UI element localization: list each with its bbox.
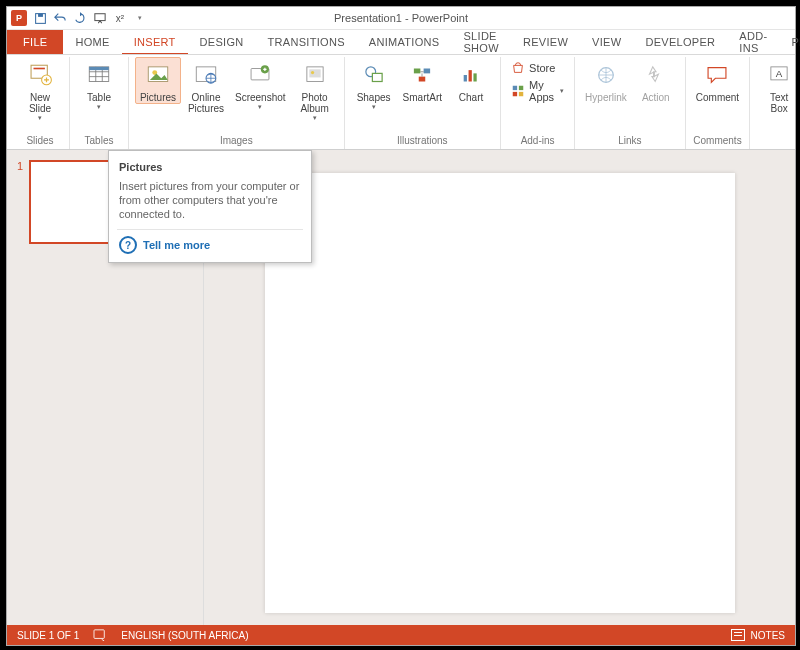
table-icon <box>84 60 114 90</box>
svg-rect-7 <box>89 67 109 70</box>
shapes-icon <box>359 60 389 90</box>
online-pictures-icon <box>191 60 221 90</box>
smartart-icon <box>407 60 437 90</box>
tab-review[interactable]: REVIEW <box>511 30 580 54</box>
svg-rect-22 <box>464 75 467 82</box>
group-illustrations: Shapes ▾ SmartArt Chart Illustrations <box>345 57 501 149</box>
spellcheck-icon[interactable] <box>93 629 107 641</box>
language-indicator[interactable]: ENGLISH (SOUTH AFRICA) <box>121 630 248 641</box>
thumbnail-number: 1 <box>17 160 23 172</box>
tab-home[interactable]: HOME <box>63 30 121 54</box>
group-comments: Comment Comments <box>686 57 750 149</box>
slide-counter: SLIDE 1 OF 1 <box>17 630 79 641</box>
save-icon[interactable] <box>33 11 47 25</box>
online-pictures-button[interactable]: Online Pictures <box>183 57 229 114</box>
tab-file[interactable]: FILE <box>7 30 63 54</box>
smartart-button[interactable]: SmartArt <box>399 57 446 103</box>
group-slides: New Slide ▾ Slides <box>11 57 70 149</box>
svg-rect-28 <box>519 92 523 96</box>
tab-developer[interactable]: DEVELOPER <box>633 30 727 54</box>
dropdown-arrow-icon: ▾ <box>560 87 564 95</box>
new-slide-button[interactable]: New Slide ▾ <box>17 57 63 122</box>
group-addins: Store My Apps ▾ Add-ins <box>501 57 575 149</box>
svg-rect-25 <box>513 86 517 90</box>
store-icon <box>511 61 525 75</box>
dropdown-arrow-icon: ▾ <box>372 103 376 111</box>
group-tables: Table ▾ Tables <box>70 57 129 149</box>
dropdown-arrow-icon: ▾ <box>313 114 317 122</box>
tooltip-body: Insert pictures from your computer or fr… <box>119 179 301 221</box>
text-box-button[interactable]: A Text Box <box>756 57 800 114</box>
svg-point-16 <box>311 71 314 74</box>
superscript-icon[interactable]: x² <box>113 11 127 25</box>
tab-design[interactable]: DESIGN <box>188 30 256 54</box>
svg-text:A: A <box>776 68 783 79</box>
text-box-icon: A <box>764 60 794 90</box>
hyperlink-button[interactable]: Hyperlink <box>581 57 631 103</box>
group-links: Hyperlink Action Links <box>575 57 686 149</box>
application-window: P x² ▾ Presentation1 - PowerPoint FILE H… <box>6 6 796 646</box>
svg-rect-1 <box>38 13 43 16</box>
tab-addins[interactable]: ADD-INS <box>727 30 779 54</box>
pictures-tooltip: Pictures Insert pictures from your compu… <box>108 150 312 263</box>
tab-animations[interactable]: ANIMATIONS <box>357 30 452 54</box>
shapes-button[interactable]: Shapes ▾ <box>351 57 397 111</box>
table-button[interactable]: Table ▾ <box>76 57 122 111</box>
apps-icon <box>511 84 525 98</box>
dropdown-arrow-icon: ▾ <box>258 103 262 111</box>
pictures-button[interactable]: Pictures <box>135 57 181 104</box>
tab-insert[interactable]: INSERT <box>122 30 188 55</box>
svg-rect-4 <box>34 68 45 70</box>
slide-canvas[interactable] <box>265 173 735 613</box>
svg-rect-24 <box>473 73 476 81</box>
tab-view[interactable]: VIEW <box>580 30 633 54</box>
action-icon <box>641 60 671 90</box>
my-apps-button[interactable]: My Apps ▾ <box>507 78 568 104</box>
status-bar: SLIDE 1 OF 1 ENGLISH (SOUTH AFRICA) NOTE… <box>7 625 795 645</box>
tab-slideshow[interactable]: SLIDE SHOW <box>451 30 510 54</box>
svg-rect-15 <box>309 69 320 77</box>
tab-pdf[interactable]: PDF <box>779 30 800 54</box>
workspace: 1 Pictures Insert pictures from your com… <box>7 150 795 625</box>
qat-customize-icon[interactable]: ▾ <box>133 11 147 25</box>
svg-rect-23 <box>469 70 472 81</box>
redo-icon[interactable] <box>73 11 87 25</box>
notes-icon <box>731 629 745 641</box>
svg-rect-18 <box>372 73 382 81</box>
comment-icon <box>702 60 732 90</box>
svg-rect-26 <box>519 86 523 90</box>
title-bar: P x² ▾ Presentation1 - PowerPoint <box>7 7 795 30</box>
group-images: Pictures Online Pictures Screenshot ▾ Ph… <box>129 57 345 149</box>
help-icon: ? <box>119 236 137 254</box>
notes-button[interactable]: NOTES <box>751 630 785 641</box>
svg-rect-36 <box>94 630 104 639</box>
screenshot-icon <box>245 60 275 90</box>
svg-rect-20 <box>424 69 431 74</box>
ribbon-tabs: FILE HOME INSERT DESIGN TRANSITIONS ANIM… <box>7 30 795 54</box>
action-button[interactable]: Action <box>633 57 679 103</box>
dropdown-arrow-icon: ▾ <box>97 103 101 111</box>
new-slide-icon <box>25 60 55 90</box>
slideshow-icon[interactable] <box>93 11 107 25</box>
svg-rect-27 <box>513 92 517 96</box>
pictures-icon <box>143 60 173 90</box>
store-button[interactable]: Store <box>507 60 568 76</box>
photo-album-icon <box>300 60 330 90</box>
photo-album-button[interactable]: Photo Album ▾ <box>292 57 338 122</box>
tooltip-title: Pictures <box>119 161 301 173</box>
hyperlink-icon <box>591 60 621 90</box>
quick-access-toolbar: P x² ▾ <box>7 10 147 26</box>
ribbon: New Slide ▾ Slides Table ▾ Tables Pictur <box>7 54 795 150</box>
chart-button[interactable]: Chart <box>448 57 494 103</box>
dropdown-arrow-icon: ▾ <box>38 114 42 122</box>
group-text: A Text Box Header & Footer A WordArt ▾ T… <box>750 57 800 149</box>
undo-icon[interactable] <box>53 11 67 25</box>
svg-rect-19 <box>414 69 421 74</box>
tab-transitions[interactable]: TRANSITIONS <box>256 30 357 54</box>
svg-rect-2 <box>95 14 105 21</box>
comment-button[interactable]: Comment <box>692 57 743 103</box>
svg-rect-21 <box>419 77 426 82</box>
app-icon: P <box>11 10 27 26</box>
tell-me-more-link[interactable]: ? Tell me more <box>119 236 301 254</box>
screenshot-button[interactable]: Screenshot ▾ <box>231 57 290 111</box>
